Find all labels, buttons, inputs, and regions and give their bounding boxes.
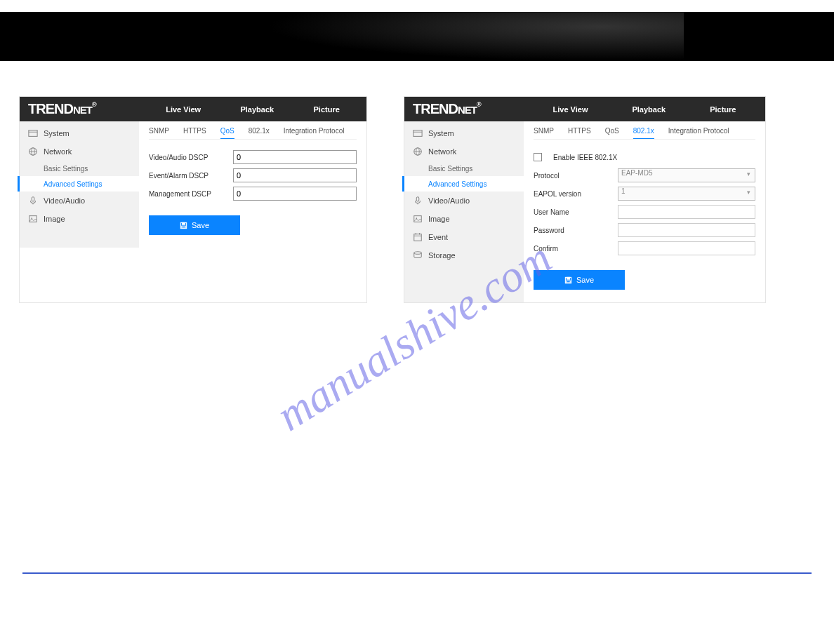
footer-divider xyxy=(22,572,812,574)
tab-integration[interactable]: Integration Protocol xyxy=(668,127,729,135)
sidebar-item-network[interactable]: Network xyxy=(20,142,139,161)
system-icon xyxy=(28,128,38,138)
tab-https[interactable]: HTTPS xyxy=(183,127,206,135)
tabs-row: SNMP HTTPS QoS 802.1x Integration Protoc… xyxy=(149,127,357,140)
sidebar-label-videoaudio: Video/Audio xyxy=(428,196,470,205)
mic-icon xyxy=(413,196,423,206)
tab-8021x[interactable]: 802.1x xyxy=(249,127,270,135)
mic-icon xyxy=(28,196,38,206)
panel-header: TRENDNET® Live View Playback Picture xyxy=(20,97,366,121)
svg-rect-28 xyxy=(567,281,571,283)
label-username: User Name xyxy=(534,208,611,216)
sidebar-label-videoaudio: Video/Audio xyxy=(44,196,85,205)
save-button-label: Save xyxy=(192,221,209,229)
tab-snmp[interactable]: SNMP xyxy=(534,127,554,135)
input-mg-dscp[interactable] xyxy=(233,187,357,201)
sidebar-label-network: Network xyxy=(44,147,72,156)
save-icon xyxy=(180,222,187,229)
svg-rect-27 xyxy=(567,277,569,279)
svg-rect-5 xyxy=(32,197,34,201)
label-ea-dscp: Event/Alarm DSCP xyxy=(149,172,226,180)
label-va-dscp: Video/Audio DSCP xyxy=(149,154,226,161)
tab-8021x[interactable]: 802.1x xyxy=(633,127,654,139)
sidebar-item-storage[interactable]: Storage xyxy=(404,246,524,264)
image-icon xyxy=(28,214,38,224)
nav-live-view[interactable]: Live View xyxy=(553,105,588,114)
sidebar: System Network Basic Settings Advanced S… xyxy=(404,121,524,302)
input-ea-dscp[interactable] xyxy=(233,168,357,182)
sidebar-label-network: Network xyxy=(428,147,456,156)
sidebar-label-event: Event xyxy=(428,233,448,241)
nav-picture[interactable]: Picture xyxy=(710,105,736,114)
calendar-icon xyxy=(413,232,423,242)
input-va-dscp[interactable] xyxy=(233,150,357,164)
enable-8021x-checkbox[interactable] xyxy=(534,153,542,161)
svg-rect-21 xyxy=(414,234,422,241)
label-confirm: Confirm xyxy=(534,245,611,253)
input-username[interactable] xyxy=(618,205,755,219)
save-button-label: Save xyxy=(576,276,594,284)
nav-picture[interactable]: Picture xyxy=(314,105,340,114)
label-protocol: Protocol xyxy=(534,172,611,180)
save-icon xyxy=(564,276,572,284)
input-confirm[interactable] xyxy=(618,241,755,255)
sidebar-sub-advanced[interactable]: Advanced Settings xyxy=(18,176,139,192)
svg-rect-12 xyxy=(413,130,422,137)
sidebar-item-videoaudio[interactable]: Video/Audio xyxy=(404,192,524,210)
sidebar-sub-basic[interactable]: Basic Settings xyxy=(20,161,139,176)
svg-rect-17 xyxy=(416,197,419,201)
content-area: SNMP HTTPS QoS 802.1x Integration Protoc… xyxy=(139,121,366,248)
save-button[interactable]: Save xyxy=(149,215,240,235)
right-panel: TRENDNET® Live View Playback Picture Sys… xyxy=(404,96,766,303)
sidebar: System Network Basic Settings Advanced S… xyxy=(20,121,139,248)
sidebar-label-image: Image xyxy=(44,215,65,223)
sidebar-sub-advanced[interactable]: Advanced Settings xyxy=(402,176,524,192)
svg-rect-10 xyxy=(182,222,185,224)
svg-rect-0 xyxy=(29,130,37,137)
brand-logo: TRENDNET® xyxy=(20,101,139,117)
sidebar-item-network[interactable]: Network xyxy=(404,142,524,161)
storage-icon xyxy=(413,250,423,260)
tab-integration[interactable]: Integration Protocol xyxy=(284,127,345,135)
sidebar-label-system: System xyxy=(44,129,70,137)
top-banner xyxy=(0,12,834,61)
tab-qos[interactable]: QoS xyxy=(220,127,234,139)
system-icon xyxy=(413,128,423,138)
content-area: SNMP HTTPS QoS 802.1x Integration Protoc… xyxy=(524,121,765,302)
nav-live-view[interactable]: Live View xyxy=(166,105,201,114)
sidebar-item-event[interactable]: Event xyxy=(404,228,524,246)
sidebar-item-image[interactable]: Image xyxy=(20,210,139,228)
sidebar-label-system: System xyxy=(428,129,454,137)
enable-8021x-label: Enable IEEE 802.1X xyxy=(553,154,617,161)
image-icon xyxy=(413,214,423,224)
label-eapol: EAPOL version xyxy=(534,190,611,198)
label-mg-dscp: Management DSCP xyxy=(149,190,226,198)
sidebar-item-system[interactable]: System xyxy=(404,124,524,142)
tabs-row: SNMP HTTPS QoS 802.1x Integration Protoc… xyxy=(534,127,755,140)
nav-playback[interactable]: Playback xyxy=(632,105,666,114)
svg-point-25 xyxy=(414,252,422,255)
panel-header: TRENDNET® Live View Playback Picture xyxy=(404,97,765,121)
sidebar-sub-basic[interactable]: Basic Settings xyxy=(404,161,524,176)
sidebar-item-image[interactable]: Image xyxy=(404,210,524,228)
select-protocol[interactable]: EAP-MD5 xyxy=(618,168,755,182)
save-button[interactable]: Save xyxy=(534,270,625,290)
sidebar-label-image: Image xyxy=(428,215,450,223)
tab-qos[interactable]: QoS xyxy=(605,127,619,135)
sidebar-item-system[interactable]: System xyxy=(20,124,139,142)
tab-https[interactable]: HTTPS xyxy=(568,127,591,135)
svg-rect-11 xyxy=(182,226,186,228)
input-password[interactable] xyxy=(618,223,755,237)
sidebar-label-storage: Storage xyxy=(428,251,456,260)
globe-icon xyxy=(28,147,38,156)
nav-playback[interactable]: Playback xyxy=(240,105,274,114)
select-eapol[interactable]: 1 xyxy=(618,187,755,201)
label-password: Password xyxy=(534,227,611,234)
tab-snmp[interactable]: SNMP xyxy=(149,127,169,135)
left-panel: TRENDNET® Live View Playback Picture Sys… xyxy=(19,96,367,303)
sidebar-item-videoaudio[interactable]: Video/Audio xyxy=(20,192,139,210)
globe-icon xyxy=(413,147,423,156)
brand-logo: TRENDNET® xyxy=(404,101,524,117)
